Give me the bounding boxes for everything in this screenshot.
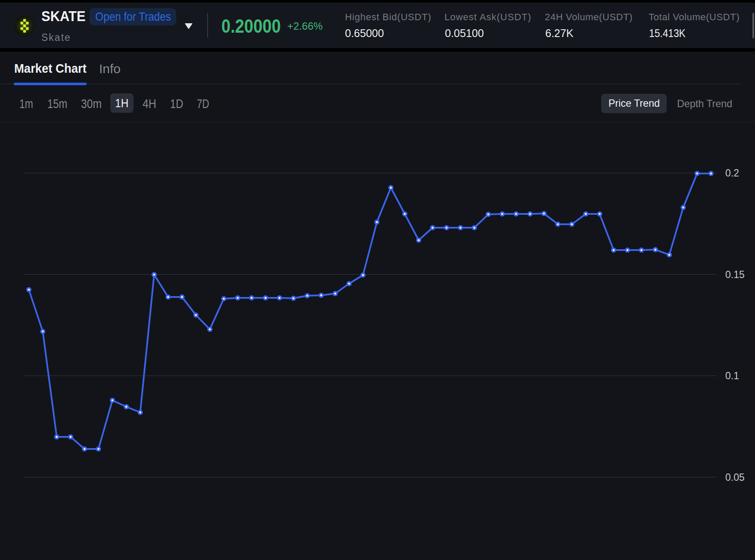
svg-text:0.15: 0.15 xyxy=(725,269,745,280)
svg-text:0.2: 0.2 xyxy=(725,167,739,179)
svg-text:0.1: 0.1 xyxy=(725,370,739,381)
svg-text:0.05: 0.05 xyxy=(725,472,745,483)
